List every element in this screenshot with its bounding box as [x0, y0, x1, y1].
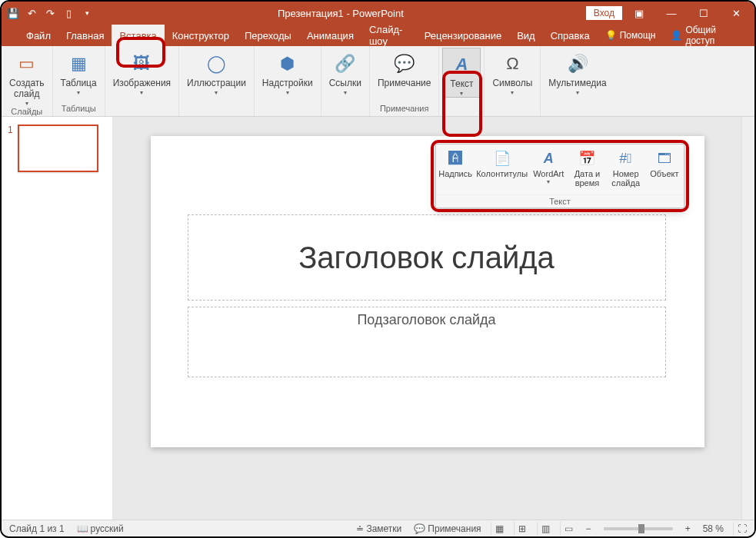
subtitle-placeholder[interactable]: Подзаголовок слайда [188, 307, 666, 377]
comments-button[interactable]: 💬 Примечания [411, 523, 484, 534]
quick-access-toolbar: 💾 ↶ ↷ ▯ ▾ [5, 5, 95, 22]
slidenum-icon: #⃣ [619, 148, 632, 169]
undo-icon[interactable]: ↶ [23, 5, 40, 22]
tab-review[interactable]: Рецензирование [417, 25, 509, 46]
headerfooter-icon: 📄 [494, 148, 511, 169]
illustrations-button[interactable]: ◯ Иллюстрации ▾ [182, 48, 251, 96]
tab-insert[interactable]: Вставка [112, 25, 164, 46]
tellme-search[interactable]: 💡 Помощн [598, 25, 664, 46]
chevron-down-icon: ▾ [215, 89, 218, 96]
group-comments: 💬 Примечание Примечания [370, 46, 439, 116]
textbox-button[interactable]: 🅰 Надпись [436, 144, 475, 194]
table-icon: ▦ [71, 51, 87, 77]
wordart-icon: A [544, 148, 554, 169]
media-button[interactable]: 🔊 Мультимедиа ▾ [544, 48, 611, 96]
share-button[interactable]: 👤 Общий доступ [663, 25, 738, 46]
normal-view-icon[interactable]: ▦ [491, 522, 508, 536]
group-media-label [577, 104, 579, 115]
group-addins-label [286, 104, 288, 115]
wordart-button[interactable]: A WordArt ▾ [529, 144, 568, 194]
slidenum-label: Номер слайда [611, 169, 640, 188]
minimize-icon[interactable]: — [656, 2, 687, 24]
group-links: 🔗 Ссылки ▾ [321, 46, 370, 116]
thumbnail-number: 1 [8, 125, 13, 172]
table-button[interactable]: ▦ Таблица ▾ [56, 48, 102, 96]
object-icon: 🗔 [658, 148, 671, 169]
chevron-down-icon: ▾ [460, 90, 463, 97]
thumbnail-1[interactable]: 1 [8, 125, 106, 172]
symbols-label: Символы [492, 78, 532, 89]
symbols-button[interactable]: Ω Символы ▾ [488, 48, 537, 96]
group-symbols: Ω Символы ▾ [485, 46, 541, 116]
close-icon[interactable]: ✕ [721, 2, 751, 24]
tellme-label: Помощн [620, 30, 656, 41]
tab-home[interactable]: Главная [58, 25, 112, 46]
vertical-scrollbar[interactable] [741, 117, 754, 520]
media-label: Мультимедиа [548, 78, 606, 89]
headerfooter-label: Колонтитулы [476, 169, 528, 178]
language-label: русский [91, 523, 124, 534]
textbox-label: Надпись [438, 169, 472, 178]
statusbar: Слайд 1 из 1 📖 русский ≐ Заметки 💬 Приме… [2, 520, 754, 536]
fit-to-window-icon[interactable]: ⛶ [733, 522, 750, 536]
chevron-down-icon: ▾ [576, 89, 579, 96]
group-text: A Текст ▾ [439, 46, 485, 116]
tab-design[interactable]: Конструктор [165, 25, 237, 46]
ribbon-options-icon[interactable]: ▣ [624, 2, 654, 24]
datetime-label: Дата и время [574, 169, 601, 188]
speaker-icon: 🔊 [568, 51, 588, 77]
slidenum-button[interactable]: #⃣ Номер слайда [607, 144, 645, 194]
signin-button[interactable]: Вход [586, 6, 622, 20]
tab-help[interactable]: Справка [543, 25, 598, 46]
person-icon: 👤 [671, 30, 682, 41]
group-images-label [141, 104, 143, 115]
chevron-down-icon: ▾ [140, 89, 143, 96]
reading-view-icon[interactable]: ▥ [537, 522, 554, 536]
group-comments-label: Примечания [380, 104, 429, 115]
comments-icon: 💬 [414, 523, 425, 534]
maximize-icon[interactable]: ☐ [688, 2, 719, 24]
spellcheck-icon: 📖 [77, 523, 88, 534]
zoom-slider[interactable] [604, 527, 673, 530]
group-links-label [344, 104, 346, 115]
tab-view[interactable]: Вид [509, 25, 543, 46]
zoom-in-button[interactable]: + [682, 523, 694, 534]
object-button[interactable]: 🗔 Объект [645, 144, 684, 194]
zoom-level[interactable]: 58 % [700, 523, 727, 534]
title-placeholder[interactable]: Заголовок слайда [188, 214, 666, 301]
tab-file[interactable]: Файл [18, 25, 58, 46]
addins-button[interactable]: ⬢ Надстройки ▾ [258, 48, 318, 96]
new-slide-icon: ▭ [18, 51, 35, 77]
text-button[interactable]: A Текст ▾ [442, 48, 481, 98]
group-slides: ▭ Создать слайд ▾ Слайды [2, 46, 53, 116]
group-illustrations-label [215, 104, 218, 115]
redo-icon[interactable]: ↷ [42, 5, 58, 22]
sorter-view-icon[interactable]: ⊞ [514, 522, 531, 536]
lightbulb-icon: 💡 [605, 30, 617, 41]
addins-label: Надстройки [262, 78, 313, 89]
headerfooter-button[interactable]: 📄 Колонтитулы [475, 144, 529, 194]
language-button[interactable]: 📖 русский [74, 523, 127, 534]
qat-customize-icon[interactable]: ▾ [78, 5, 95, 22]
slide-thumbnails-panel[interactable]: 1 [2, 117, 113, 520]
tab-transitions[interactable]: Переходы [237, 25, 299, 46]
new-slide-button[interactable]: ▭ Создать слайд ▾ [5, 48, 49, 107]
comments-label: Примечания [428, 523, 481, 534]
comment-button[interactable]: 💬 Примечание [373, 48, 435, 89]
tab-animation[interactable]: Анимация [299, 25, 361, 46]
group-tables-label: Таблицы [62, 104, 96, 115]
images-label: Изображения [113, 78, 171, 89]
text-gallery-popout: 🅰 Надпись 📄 Колонтитулы A WordArt ▾ 📅 Да… [435, 144, 684, 208]
notes-button[interactable]: ≐ Заметки [353, 523, 405, 534]
tab-slideshow[interactable]: Слайд-шоу [361, 25, 417, 46]
datetime-button[interactable]: 📅 Дата и время [568, 144, 606, 194]
thumbnail-preview[interactable] [18, 125, 98, 172]
save-icon[interactable]: 💾 [5, 5, 22, 22]
start-slideshow-icon[interactable]: ▯ [60, 5, 77, 22]
title-placeholder-text: Заголовок слайда [298, 241, 555, 275]
links-button[interactable]: 🔗 Ссылки ▾ [325, 48, 366, 96]
images-button[interactable]: 🖼 Изображения ▾ [108, 48, 175, 96]
zoom-out-button[interactable]: − [583, 523, 594, 534]
slide-counter[interactable]: Слайд 1 из 1 [6, 523, 68, 534]
slideshow-view-icon[interactable]: ▭ [560, 522, 577, 536]
